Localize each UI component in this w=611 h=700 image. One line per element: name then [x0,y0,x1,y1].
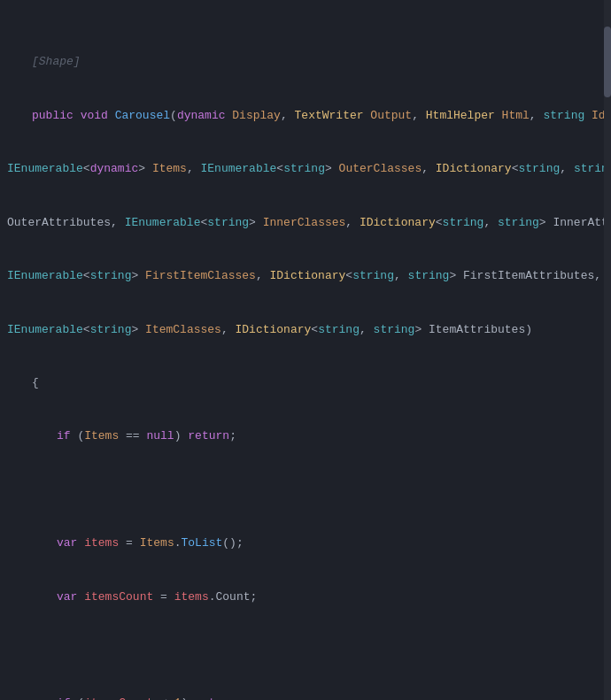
line-10: var items = Items.ToList(); [7,535,611,552]
line-9 [7,481,611,499]
code-editor: [Shape] public void Carousel(dynamic Dis… [0,0,611,700]
line-2: public void Carousel(dynamic Display, Te… [7,107,611,125]
scrollbar-thumb[interactable] [604,27,611,97]
line-6: IEnumerable<string> ItemClasses, IDictio… [7,321,611,339]
line-13: if (itemsCount < 1) return; [7,695,611,700]
scrollbar[interactable] [604,0,611,700]
line-4: OuterAttributes, IEnumerable<string> Inn… [7,214,611,232]
line-1: [Shape] [7,53,611,71]
line-12 [7,642,611,659]
line-7: { [7,374,611,392]
line-5: IEnumerable<string> FirstItemClasses, ID… [7,267,611,285]
line-8: if (Items == null) return; [7,427,611,445]
line-3: IEnumerable<dynamic> Items, IEnumerable<… [7,160,611,178]
code-content: [Shape] public void Carousel(dynamic Dis… [0,0,611,700]
line-11: var itemsCount = items.Count; [7,588,611,606]
